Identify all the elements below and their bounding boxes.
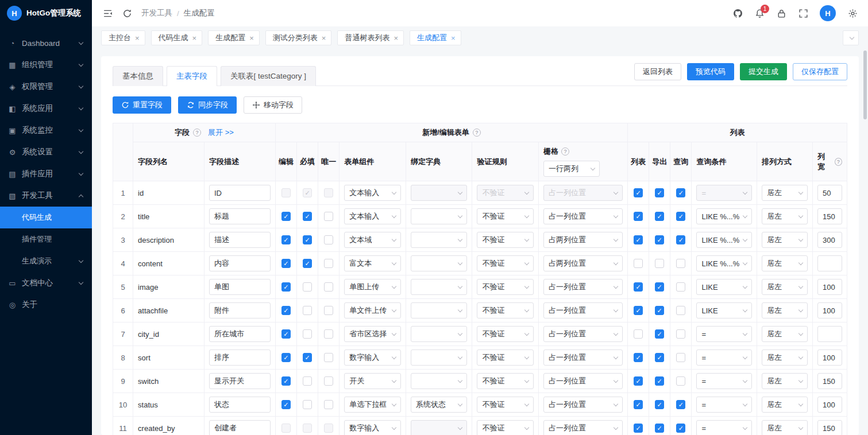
sidebar-item-organization[interactable]: 组织管理 [0,54,92,76]
query-condition-select[interactable]: = [696,397,752,413]
app-logo[interactable]: HotGo管理系统 [0,0,92,26]
field-desc-input[interactable] [209,185,271,201]
validation-rule-select[interactable]: 不验证 [477,208,534,224]
align-select[interactable]: 居左 [762,302,808,319]
unique-checkbox[interactable] [324,329,333,339]
export-checkbox[interactable] [655,424,664,433]
github-icon[interactable] [732,8,743,18]
align-select[interactable]: 居左 [762,397,808,413]
column-width-input[interactable] [817,185,842,201]
list-checkbox[interactable] [634,282,643,292]
export-checkbox[interactable] [655,235,664,244]
grid-position-select[interactable]: 占一列位置 [543,420,623,435]
align-select[interactable]: 居左 [762,420,808,435]
sidebar-item-dashboard[interactable]: Dashboard [0,32,92,54]
preview-code-button[interactable]: 预览代码 [687,63,734,80]
route-tab[interactable]: 测试分类列表 [265,30,332,45]
form-component-select[interactable]: 开关 [344,373,401,389]
edit-checkbox[interactable] [281,282,291,292]
edit-checkbox[interactable] [281,212,291,221]
validation-rule-select[interactable]: 不验证 [477,420,534,435]
query-checkbox[interactable] [676,353,685,362]
dict-select[interactable] [411,255,468,271]
close-icon[interactable] [192,34,197,42]
list-checkbox[interactable] [634,424,643,433]
field-desc-input[interactable] [209,279,271,295]
sidebar-item-about[interactable]: 关于 [0,294,92,316]
required-checkbox[interactable] [303,259,312,268]
edit-checkbox[interactable] [281,235,291,244]
query-checkbox[interactable] [676,282,685,292]
sidebar-item-settings[interactable]: 系统设置 [0,141,92,163]
edit-checkbox[interactable] [281,259,291,268]
column-width-input[interactable] [817,420,842,435]
export-checkbox[interactable] [655,353,664,362]
save-config-only-button[interactable]: 仅保存配置 [793,63,847,80]
align-select[interactable]: 居左 [762,185,808,201]
unique-checkbox[interactable] [324,259,333,268]
field-desc-input[interactable] [209,326,271,342]
required-checkbox[interactable] [303,329,312,339]
dict-select[interactable] [411,279,468,295]
close-icon[interactable] [249,34,254,42]
required-checkbox[interactable] [303,376,312,386]
required-checkbox[interactable] [303,212,312,221]
list-checkbox[interactable] [634,306,643,315]
reset-fields-button[interactable]: 重置字段 [113,96,171,114]
validation-rule-select[interactable]: 不验证 [477,397,534,413]
edit-checkbox[interactable] [281,306,291,315]
sidebar-item-permission[interactable]: 权限管理 [0,76,92,98]
sidebar-item-plugin-manage[interactable]: 插件管理 [0,228,92,250]
list-checkbox[interactable] [634,212,643,221]
form-component-select[interactable]: 文本输入 [344,185,401,201]
export-checkbox[interactable] [655,282,664,292]
menu-collapse-icon[interactable] [102,8,113,18]
field-desc-input[interactable] [209,373,271,389]
tab-relation-table[interactable]: 关联表[ testCategory ] [221,66,316,86]
form-component-select[interactable]: 数字输入 [344,420,401,435]
query-checkbox[interactable] [676,235,685,244]
expand-fields-link[interactable]: 展开 >> [208,127,234,138]
query-condition-select[interactable]: = [696,420,752,435]
refresh-icon[interactable] [122,8,132,18]
column-width-input[interactable] [817,302,842,319]
form-component-select[interactable]: 单图上传 [344,279,401,295]
list-checkbox[interactable] [634,353,643,362]
grid-position-select[interactable]: 占一列位置 [543,397,623,413]
query-condition-select[interactable]: LIKE [696,302,752,319]
unique-checkbox[interactable] [324,400,333,409]
sidebar-item-system-app[interactable]: 系统应用 [0,98,92,119]
field-desc-input[interactable] [209,420,271,435]
required-checkbox[interactable] [303,282,312,292]
column-width-input[interactable] [817,373,842,389]
form-component-select[interactable]: 单文件上传 [344,302,401,319]
list-checkbox[interactable] [634,376,643,386]
validation-rule-select[interactable]: 不验证 [477,326,534,342]
validation-rule-select[interactable]: 不验证 [477,232,534,248]
move-fields-button[interactable]: 移动字段 [244,96,302,114]
unique-checkbox[interactable] [324,235,333,244]
list-checkbox[interactable] [634,329,643,339]
column-width-input[interactable] [817,255,842,271]
sidebar-item-generate-demo[interactable]: 生成演示 [0,250,92,272]
grid-position-select[interactable]: 占一列位置 [543,279,623,295]
query-condition-select[interactable]: LIKE %...% [696,255,752,271]
close-icon[interactable] [394,34,398,42]
field-desc-input[interactable] [209,208,271,224]
grid-layout-select[interactable]: 一行两列 [543,161,600,177]
unique-checkbox[interactable] [324,353,333,362]
field-desc-input[interactable] [209,349,271,366]
avatar[interactable] [820,5,836,21]
unique-checkbox[interactable] [324,376,333,386]
field-desc-input[interactable] [209,255,271,271]
required-checkbox[interactable] [303,353,312,362]
query-condition-select[interactable]: LIKE [696,279,752,295]
edit-checkbox[interactable] [281,353,291,362]
notification-bell-icon[interactable]: 1 [754,8,765,18]
unique-checkbox[interactable] [324,212,333,221]
route-tab[interactable]: 普通树表列表 [337,30,404,45]
list-checkbox[interactable] [634,400,643,409]
export-checkbox[interactable] [655,376,664,386]
route-tab[interactable]: 生成配置 [410,30,461,45]
field-desc-input[interactable] [209,397,271,413]
